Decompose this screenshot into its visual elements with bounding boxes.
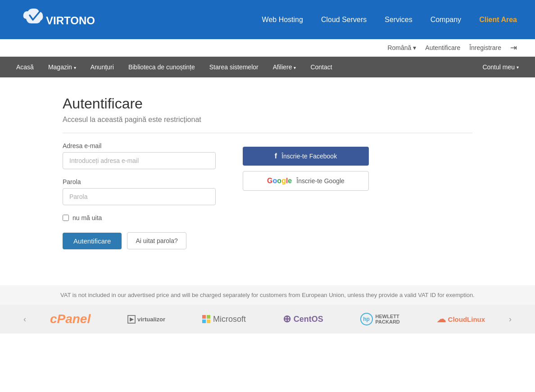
nav-company[interactable]: Company xyxy=(431,16,461,24)
centos-text: CentOS xyxy=(294,315,323,324)
email-group: Adresa e-mail xyxy=(63,142,216,169)
cloudlinux-icon: ☁ xyxy=(437,314,446,324)
virtualizor-text: virtualizor xyxy=(137,316,165,323)
page-subtitle: Accesul la această pagină este restricți… xyxy=(63,116,472,133)
magazin-dropdown-arrow: ▾ xyxy=(74,65,76,70)
register-link[interactable]: Înregistrare xyxy=(469,44,501,51)
microsoft-text: Microsoft xyxy=(213,315,246,324)
email-label: Adresa e-mail xyxy=(63,142,216,149)
top-navbar: VIRTONO Web Hosting Cloud Servers Servic… xyxy=(0,0,535,39)
sec-nav-biblioteca[interactable]: Biblioteca de cunoștințe xyxy=(121,58,202,76)
password-label: Parola xyxy=(63,178,216,185)
hp-icon: hp xyxy=(360,313,373,325)
microsoft-icon xyxy=(202,315,210,323)
cloudlinux-text: CloudLinux xyxy=(448,315,485,323)
sec-nav-contact[interactable]: Contact xyxy=(303,58,339,76)
sec-nav-afiliere[interactable]: Afiliere ▾ xyxy=(266,58,304,76)
facebook-icon: f xyxy=(275,152,277,160)
facebook-login-button[interactable]: f Înscrie-te Facebook xyxy=(243,147,369,166)
nav-web-hosting[interactable]: Web Hosting xyxy=(262,16,303,24)
sec-nav-anunturi[interactable]: Anunțuri xyxy=(83,58,121,76)
main-content: Autentificare Accesul la această pagină … xyxy=(54,95,481,249)
nav-client-area[interactable]: Client Area xyxy=(479,16,517,24)
language-dropdown-arrow: ▾ xyxy=(413,44,416,51)
partner-prev-arrow[interactable]: ‹ xyxy=(18,315,32,324)
sec-nav-magazin[interactable]: Magazin ▾ xyxy=(41,58,83,76)
logo[interactable]: VIRTONO xyxy=(18,6,95,33)
page-title: Autentificare xyxy=(63,95,472,112)
contul-meu-arrow: ▾ xyxy=(517,65,519,70)
centos-logo: ⊕ CentOS xyxy=(283,313,323,325)
sec-nav-starea[interactable]: Starea sistemelor xyxy=(202,58,266,76)
partner-bar: ‹ cPanel ▶ virtualizor Microsoft xyxy=(0,305,535,333)
language-dropdown[interactable]: Română ▾ xyxy=(387,44,416,51)
vat-text: VAT is not included in our advertised pr… xyxy=(60,292,475,298)
svg-text:VIRTONO: VIRTONO xyxy=(46,14,95,27)
login-form: Adresa e-mail Parola nu mă uita Autentif… xyxy=(63,142,216,249)
sec-nav-right: Contul meu ▾ xyxy=(475,58,526,76)
lang-auth-bar: Română ▾ Autentificare Înregistrare ⇥ xyxy=(0,39,535,57)
nav-services[interactable]: Services xyxy=(385,16,412,24)
afiliere-dropdown-arrow: ▾ xyxy=(294,65,296,70)
email-input[interactable] xyxy=(63,152,216,169)
remember-label[interactable]: nu mă uita xyxy=(73,214,102,221)
top-nav-links: Web Hosting Cloud Servers Services Compa… xyxy=(262,16,517,24)
logout-icon[interactable]: ⇥ xyxy=(510,43,517,53)
cpanel-logo: cPanel xyxy=(50,312,91,326)
google-login-button[interactable]: Google Înscrie-te Google xyxy=(243,171,369,191)
login-link[interactable]: Autentificare xyxy=(425,44,460,51)
sec-nav-home[interactable]: Acasă xyxy=(9,58,41,76)
sec-nav-links: Acasă Magazin ▾ Anunțuri Biblioteca de c… xyxy=(9,58,475,76)
form-section: Adresa e-mail Parola nu mă uita Autentif… xyxy=(63,142,472,249)
password-input[interactable] xyxy=(63,188,216,205)
login-button[interactable]: Autentificare xyxy=(63,233,122,249)
partner-logos: cPanel ▶ virtualizor Microsoft ⊕ xyxy=(32,312,503,326)
social-login: f Înscrie-te Facebook Google Înscrie-te … xyxy=(243,142,369,249)
contul-meu-link[interactable]: Contul meu ▾ xyxy=(475,58,526,76)
language-label: Română xyxy=(387,44,411,51)
hp-logo: hp HEWLETTPACKARD xyxy=(360,313,400,325)
cloudlinux-logo: ☁ CloudLinux xyxy=(437,314,485,324)
virtualizor-logo: ▶ virtualizor xyxy=(127,315,165,324)
google-icon: Google xyxy=(267,177,292,185)
secondary-navbar: Acasă Magazin ▾ Anunțuri Biblioteca de c… xyxy=(0,57,535,77)
cpanel-text: cPanel xyxy=(50,312,91,326)
password-group: Parola xyxy=(63,178,216,205)
forgot-password-button[interactable]: Ai uitat parola? xyxy=(127,232,186,249)
btn-row: Autentificare Ai uitat parola? xyxy=(63,232,216,249)
remember-row: nu mă uita xyxy=(63,214,216,221)
centos-icon: ⊕ xyxy=(283,313,291,325)
hp-text: HEWLETTPACKARD xyxy=(376,314,400,324)
microsoft-logo: Microsoft xyxy=(202,315,246,324)
partner-next-arrow[interactable]: › xyxy=(503,315,517,324)
vat-bar: VAT is not included in our advertised pr… xyxy=(0,285,535,305)
virtualizor-icon: ▶ xyxy=(127,315,136,324)
nav-cloud-servers[interactable]: Cloud Servers xyxy=(321,16,367,24)
remember-checkbox[interactable] xyxy=(63,215,69,221)
